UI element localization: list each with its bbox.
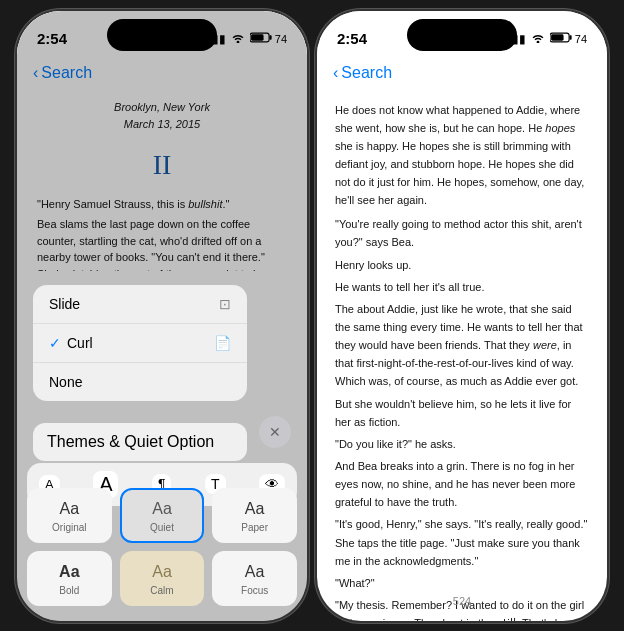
- theme-calm[interactable]: Aa Calm: [120, 551, 205, 606]
- scroll-curl-icon: 📄: [214, 335, 231, 351]
- svg-rect-4: [569, 35, 571, 39]
- scroll-option-none[interactable]: None: [33, 363, 247, 401]
- back-button-right[interactable]: ‹ Search: [333, 64, 392, 82]
- right-para-7: And Bea breaks into a grin. There is no …: [335, 457, 589, 511]
- theme-bold[interactable]: Aa Bold: [27, 551, 112, 606]
- theme-quiet-label: Quiet: [130, 522, 195, 533]
- wifi-icon-right: [531, 32, 545, 46]
- right-para-3: He wants to tell her it's all true.: [335, 278, 589, 296]
- page-number: 524: [453, 595, 471, 607]
- theme-paper-text: Aa: [222, 500, 287, 518]
- theme-original-label: Original: [37, 522, 102, 533]
- right-para-8: "It's good, Henry," she says. "It's real…: [335, 515, 589, 569]
- right-para-4: The about Addie, just like he wrote, tha…: [335, 300, 589, 391]
- back-label-right: Search: [341, 64, 392, 82]
- scroll-slide-icon: ⊡: [219, 296, 231, 312]
- theme-focus[interactable]: Aa Focus: [212, 551, 297, 606]
- svg-rect-5: [551, 34, 563, 41]
- right-para-5: But she wouldn't believe him, so he lets…: [335, 395, 589, 431]
- back-chevron-icon-right: ‹: [333, 64, 338, 82]
- right-para-1: "You're really going to method actor thi…: [335, 215, 589, 251]
- right-para-6: "Do you like it?" he asks.: [335, 435, 589, 453]
- curl-check: ✓: [49, 335, 61, 351]
- right-para-0: He does not know what happened to Addie,…: [335, 101, 589, 210]
- theme-calm-text: Aa: [130, 563, 195, 581]
- theme-focus-text: Aa: [222, 563, 287, 581]
- battery-icon-right: 74: [550, 32, 587, 45]
- right-para-2: Henry looks up.: [335, 256, 589, 274]
- themes-label: Themes & Quiet Option: [47, 433, 214, 451]
- theme-original[interactable]: Aa Original: [27, 488, 112, 543]
- theme-bold-text: Aa: [37, 563, 102, 581]
- scroll-slide-label: Slide: [49, 296, 80, 312]
- phones-container: 2:54 ▮▮▮ 74 ‹ Search Brooklyn, Ne: [17, 11, 607, 621]
- theme-calm-label: Calm: [130, 585, 195, 596]
- close-button[interactable]: ✕: [259, 416, 291, 448]
- scroll-option-curl[interactable]: ✓ Curl 📄: [33, 324, 247, 363]
- theme-bold-label: Bold: [37, 585, 102, 596]
- nav-bar-right: ‹ Search: [317, 55, 607, 91]
- theme-quiet[interactable]: Aa Quiet: [120, 488, 205, 543]
- themes-options-bar: Themes & Quiet Option: [33, 423, 247, 461]
- theme-tiles-grid: Aa Original Aa Quiet Aa Paper Aa Bold Aa…: [27, 488, 297, 606]
- theme-original-text: Aa: [37, 500, 102, 518]
- theme-focus-label: Focus: [222, 585, 287, 596]
- left-phone: 2:54 ▮▮▮ 74 ‹ Search Brooklyn, Ne: [17, 11, 307, 621]
- time-right: 2:54: [337, 30, 367, 47]
- theme-paper[interactable]: Aa Paper: [212, 488, 297, 543]
- book-content-right: He does not know what happened to Addie,…: [317, 91, 607, 621]
- right-para-9: "What?": [335, 574, 589, 592]
- right-phone: 2:54 ▮▮▮ 74 ‹ Search He does not know wh…: [317, 11, 607, 621]
- dynamic-island-right: [407, 19, 517, 51]
- theme-quiet-text: Aa: [130, 500, 195, 518]
- status-icons-right: ▮▮▮ 74: [505, 32, 587, 46]
- scroll-curl-label: Curl: [67, 335, 93, 351]
- scroll-option-slide[interactable]: Slide ⊡: [33, 285, 247, 324]
- theme-paper-label: Paper: [222, 522, 287, 533]
- scroll-none-label: None: [49, 374, 82, 390]
- scroll-options-menu: Slide ⊡ ✓ Curl 📄 None: [33, 285, 247, 401]
